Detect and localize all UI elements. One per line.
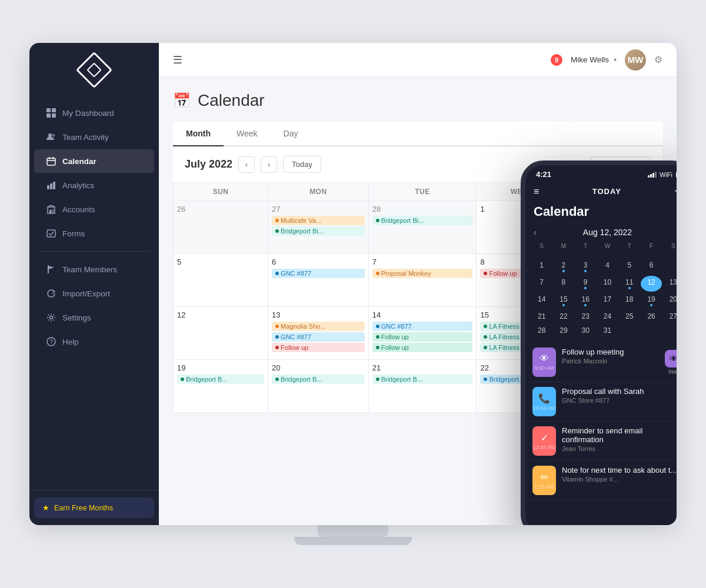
today-button[interactable]: Today: [283, 156, 321, 173]
users-icon: [46, 132, 56, 142]
tab-month[interactable]: Month: [173, 122, 224, 146]
phone-hamburger-icon[interactable]: ≡: [534, 186, 539, 197]
phone-events: 👁9:60 AMFollow up meetingPatrick Macoski…: [525, 343, 677, 500]
mini-day[interactable]: 19: [641, 293, 661, 309]
gear-icon[interactable]: ⚙: [654, 54, 662, 65]
tab-week[interactable]: Week: [224, 122, 271, 146]
mini-day[interactable]: 21: [531, 310, 552, 323]
mini-day[interactable]: 24: [597, 310, 618, 323]
mini-day[interactable]: 30: [575, 324, 596, 337]
mini-day[interactable]: 6: [641, 259, 661, 275]
notification-badge[interactable]: 9: [551, 54, 562, 66]
prev-month-button[interactable]: ‹: [238, 156, 255, 173]
calendar-event[interactable]: Bridgeport B...: [177, 375, 264, 384]
mini-day[interactable]: 1: [531, 259, 552, 275]
mini-day[interactable]: 18: [619, 293, 640, 309]
day-cell[interactable]: 26: [174, 201, 268, 254]
calendar-event[interactable]: Bridgeport B...: [372, 375, 473, 384]
next-month-button[interactable]: ›: [261, 156, 277, 173]
mini-day[interactable]: 3: [575, 259, 596, 275]
event-dot: [275, 325, 279, 328]
day-cell[interactable]: 12: [174, 307, 268, 360]
calendar-event[interactable]: Follow up: [272, 343, 365, 352]
phone-event-item[interactable]: ✓12:45 PMReminder to send email confirma…: [525, 422, 677, 461]
app-header: ☰ 9 Mike Wells ▾ MW ⚙: [159, 43, 677, 77]
phone-mini-cal: ‹ Aug 12, 2022 › S M T W T F S 123456789…: [525, 225, 677, 343]
sidebar-item-dashboard[interactable]: My Dashboard: [34, 101, 154, 125]
calendar-event[interactable]: Bridgeport Bi...: [272, 226, 365, 236]
mini-day[interactable]: 29: [553, 324, 574, 337]
calendar-tabs: Month Week Day: [173, 122, 662, 146]
mini-day[interactable]: 13: [663, 276, 677, 292]
mini-day[interactable]: 10: [597, 276, 618, 292]
header-left: ☰: [173, 54, 182, 66]
calendar-event[interactable]: Proposal Monkey: [372, 269, 473, 278]
mini-day[interactable]: 23: [575, 310, 596, 323]
mini-day[interactable]: 15: [553, 293, 574, 309]
day-cell[interactable]: 28Bridgeport Bi...: [368, 201, 477, 254]
sidebar-item-accounts[interactable]: Accounts: [34, 198, 154, 221]
mini-day[interactable]: 25: [619, 310, 640, 323]
calendar-event[interactable]: Bridgeport B...: [272, 375, 365, 384]
sidebar-item-analytics[interactable]: Analytics: [34, 173, 154, 197]
mini-hdr-f: F: [641, 242, 661, 250]
earn-months-button[interactable]: ★ Earn Free Months: [34, 497, 154, 518]
mini-day[interactable]: 12: [641, 276, 661, 292]
day-cell[interactable]: 14GNC #877Follow upFollow up: [368, 307, 477, 360]
calendar-event[interactable]: Magnolia Sho...: [272, 322, 365, 331]
event-action[interactable]: 👁Start: [665, 348, 677, 377]
mini-day[interactable]: 9: [575, 276, 596, 292]
calendar-event[interactable]: Follow up: [372, 343, 473, 352]
day-cell[interactable]: 20Bridgeport B...: [268, 360, 369, 413]
day-cell[interactable]: 7Proposal Monkey: [368, 254, 477, 307]
user-info[interactable]: Mike Wells ▾: [571, 55, 617, 64]
mini-day[interactable]: 26: [641, 310, 661, 323]
mini-day[interactable]: 7: [531, 276, 552, 292]
mini-day[interactable]: 17: [597, 293, 618, 309]
day-number: 14: [372, 310, 473, 319]
chart-icon: [46, 180, 56, 191]
sidebar-item-team-members[interactable]: Team Members: [34, 258, 154, 281]
phone-event-item[interactable]: ✏1:15 PMNote for next time to ask about …: [525, 461, 677, 500]
day-cell[interactable]: 27Multicafe Va...Bridgeport Bi...: [268, 201, 369, 254]
phone-event-item[interactable]: 👁9:60 AMFollow up meetingPatrick Macoski…: [525, 343, 677, 382]
mini-day[interactable]: 28: [531, 324, 552, 337]
event-action-icon[interactable]: 👁: [665, 350, 677, 368]
day-cell[interactable]: 21Bridgeport B...: [368, 360, 477, 413]
mini-day[interactable]: 22: [553, 310, 574, 323]
avatar[interactable]: MW: [625, 49, 646, 71]
day-cell[interactable]: 5: [174, 254, 268, 307]
mini-day[interactable]: 5: [619, 259, 640, 275]
phone-add-button[interactable]: +: [674, 185, 677, 198]
mini-prev-button[interactable]: ‹: [534, 228, 537, 237]
mini-day[interactable]: 27: [663, 310, 677, 323]
hamburger-button[interactable]: ☰: [173, 54, 182, 66]
sidebar-item-calendar[interactable]: Calendar: [34, 149, 154, 173]
calendar-event[interactable]: Bridgeport Bi...: [372, 216, 473, 225]
mini-day[interactable]: 16: [575, 293, 596, 309]
calendar-event[interactable]: Follow up: [372, 332, 473, 342]
calendar-event[interactable]: GNC #877: [272, 332, 365, 342]
event-dot: [181, 377, 184, 381]
sidebar-item-team-activity[interactable]: Team Activity: [34, 125, 154, 149]
sidebar-item-forms[interactable]: Forms: [34, 222, 154, 245]
mini-day[interactable]: 4: [597, 259, 618, 275]
mini-day[interactable]: 20: [663, 293, 677, 309]
sidebar-item-settings[interactable]: Settings: [34, 306, 154, 329]
calendar-event[interactable]: GNC #877: [272, 269, 365, 278]
mini-day[interactable]: 31: [597, 324, 618, 337]
calendar-event[interactable]: Multicafe Va...: [272, 216, 365, 225]
phone-event-item[interactable]: 📞10:43 AMProposal call with SarahGNC Sto…: [525, 382, 677, 422]
sidebar-item-help[interactable]: ? Help: [34, 330, 154, 353]
day-cell[interactable]: 19Bridgeport B...: [174, 360, 268, 413]
mini-day[interactable]: 2: [553, 259, 574, 275]
calendar-event[interactable]: GNC #877: [372, 322, 473, 331]
tab-day[interactable]: Day: [271, 122, 311, 146]
svg-rect-0: [46, 108, 51, 112]
mini-day[interactable]: 11: [619, 276, 640, 292]
mini-day[interactable]: 8: [553, 276, 574, 292]
mini-day[interactable]: 14: [531, 293, 552, 309]
sidebar-item-import-export[interactable]: Import/Export: [34, 282, 154, 305]
day-cell[interactable]: 13Magnolia Sho...GNC #877Follow up: [268, 307, 369, 360]
day-cell[interactable]: 6GNC #877: [268, 254, 369, 307]
